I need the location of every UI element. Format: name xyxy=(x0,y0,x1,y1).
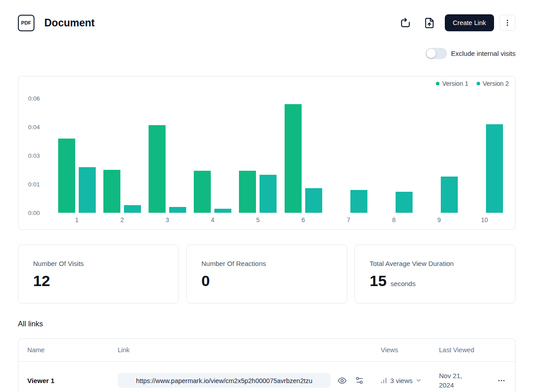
stats-row: Number Of Visits 12 Number Of Reactions … xyxy=(18,244,516,303)
chart-bar-version-2-page-6[interactable] xyxy=(305,188,322,213)
header-actions: Create Link xyxy=(399,14,516,31)
x-tick-label: 5 xyxy=(235,216,281,225)
chart-bar-version-2-page-1[interactable] xyxy=(79,167,96,213)
chart-legend: Version 1 Version 2 xyxy=(436,80,509,87)
stat-card-visits: Number Of Visits 12 xyxy=(18,244,179,303)
link-url-text: https://www.papermark.io/view/cm2x5p2h00… xyxy=(136,377,312,384)
bar-group-page-9 xyxy=(417,98,462,213)
pdf-file-type-badge: PDF xyxy=(18,15,34,31)
y-tick-label: 0:00 xyxy=(28,210,40,216)
document-menu-button[interactable] xyxy=(499,15,516,31)
chart-bar-version-1-page-4[interactable] xyxy=(194,171,211,213)
pdf-badge-label: PDF xyxy=(21,20,31,25)
update-document-button[interactable] xyxy=(423,17,436,29)
chart-bar-version-1-page-6[interactable] xyxy=(285,104,302,213)
legend-dot-version-2 xyxy=(477,82,480,85)
x-tick-label: 3 xyxy=(145,216,190,225)
link-name: Viewer 1 xyxy=(27,377,55,384)
toggle-knob xyxy=(426,49,436,58)
chart-bar-version-2-page-3[interactable] xyxy=(169,207,186,213)
stat-suffix: seconds xyxy=(391,280,416,287)
link-settings-button[interactable] xyxy=(354,375,364,385)
y-tick-label: 0:06 xyxy=(28,95,40,102)
column-header-last-viewed: Last Viewed xyxy=(439,339,474,361)
x-tick-label: 9 xyxy=(417,216,462,225)
column-header-name: Name xyxy=(27,339,45,361)
x-tick-label: 4 xyxy=(190,216,235,225)
stat-card-reactions: Number Of Reactions 0 xyxy=(186,244,347,303)
chart-bar-version-2-page-7[interactable] xyxy=(350,190,367,213)
x-tick-label: 1 xyxy=(54,216,99,225)
row-menu-button[interactable] xyxy=(495,375,507,386)
bar-group-page-10 xyxy=(462,98,507,213)
exclude-internal-visits-toggle[interactable] xyxy=(426,48,447,59)
eye-icon xyxy=(337,376,347,385)
links-table-header: Name Link Views Last Viewed xyxy=(18,339,515,362)
chevron-down-icon xyxy=(415,377,422,384)
legend-label-version-1: Version 1 xyxy=(442,80,468,87)
column-header-views: Views xyxy=(381,339,398,361)
stat-label: Number Of Reactions xyxy=(201,260,332,267)
chart-bar-version-2-page-9[interactable] xyxy=(441,177,458,213)
y-tick-label: 0:04 xyxy=(28,124,40,131)
x-tick-label: 8 xyxy=(371,216,416,225)
stat-value: 0 xyxy=(201,273,210,288)
all-links-heading: All links xyxy=(18,320,43,328)
bar-group-page-5 xyxy=(235,98,281,213)
table-row: Viewer 1 https://www.papermark.io/view/c… xyxy=(18,362,515,392)
exclude-internal-visits-label: Exclude internal visits xyxy=(451,50,516,57)
plot-area xyxy=(54,98,507,213)
chart-bar-version-2-page-5[interactable] xyxy=(260,175,277,213)
rotate-arrow-square-icon xyxy=(400,17,411,29)
bar-group-page-2 xyxy=(99,98,145,213)
bar-group-page-6 xyxy=(281,98,326,213)
chart-bar-version-1-page-3[interactable] xyxy=(149,125,166,213)
page-title: Document xyxy=(44,17,94,29)
y-tick-label: 0:01 xyxy=(28,181,40,188)
last-viewed-date: Nov 21, 2024 xyxy=(439,371,471,390)
chart-bar-version-1-page-1[interactable] xyxy=(58,139,75,213)
x-tick-label: 7 xyxy=(326,216,371,225)
x-axis: 12345678910 xyxy=(54,216,507,225)
bar-group-page-3 xyxy=(145,98,190,213)
chart-bar-version-2-page-10[interactable] xyxy=(486,124,503,213)
kebab-menu-icon xyxy=(503,19,511,27)
chart-bar-version-2-page-4[interactable] xyxy=(214,209,231,213)
column-header-link: Link xyxy=(118,339,130,361)
y-tick-label: 0:03 xyxy=(28,152,40,159)
preview-document-button[interactable] xyxy=(399,17,412,29)
create-link-button[interactable]: Create Link xyxy=(445,14,494,31)
legend-dot-version-1 xyxy=(436,82,439,85)
bar-group-page-4 xyxy=(190,98,235,213)
bar-group-page-1 xyxy=(54,98,99,213)
chart-bar-version-2-page-2[interactable] xyxy=(124,205,141,213)
stat-label: Number Of Visits xyxy=(33,260,164,267)
page-header: PDF Document xyxy=(18,13,516,33)
chart-bar-version-1-page-5[interactable] xyxy=(239,171,256,213)
stat-value: 15 xyxy=(370,273,387,288)
views-dropdown[interactable]: 3 views xyxy=(380,377,422,384)
x-tick-label: 6 xyxy=(281,216,326,225)
links-table: Name Link Views Last Viewed Viewer 1 htt… xyxy=(18,338,516,392)
legend-label-version-2: Version 2 xyxy=(483,80,509,87)
stat-label: Total Average View Duration xyxy=(370,260,500,267)
file-up-icon xyxy=(424,17,435,29)
more-horizontal-icon xyxy=(497,376,506,385)
stat-card-avg-duration: Total Average View Duration 15 seconds xyxy=(354,244,516,303)
stat-value: 12 xyxy=(33,273,50,288)
views-count: 3 views xyxy=(390,377,413,384)
x-tick-label: 10 xyxy=(462,216,507,225)
preview-link-button[interactable] xyxy=(337,375,347,385)
bar-chart-icon xyxy=(380,377,388,384)
header-left: PDF Document xyxy=(18,15,94,31)
chart-bar-version-2-page-8[interactable] xyxy=(396,192,413,213)
x-tick-label: 2 xyxy=(99,216,145,225)
legend-item-version-2: Version 2 xyxy=(477,80,509,87)
settings-sliders-icon xyxy=(355,376,364,385)
y-axis: 0:000:010:030:040:06 xyxy=(18,98,40,213)
chart-bar-version-1-page-2[interactable] xyxy=(103,170,120,213)
legend-item-version-1: Version 1 xyxy=(436,80,468,87)
exclude-internal-visits-row: Exclude internal visits xyxy=(426,48,516,59)
link-url-pill[interactable]: https://www.papermark.io/view/cm2x5p2h00… xyxy=(118,373,331,388)
bar-group-page-7 xyxy=(326,98,371,213)
